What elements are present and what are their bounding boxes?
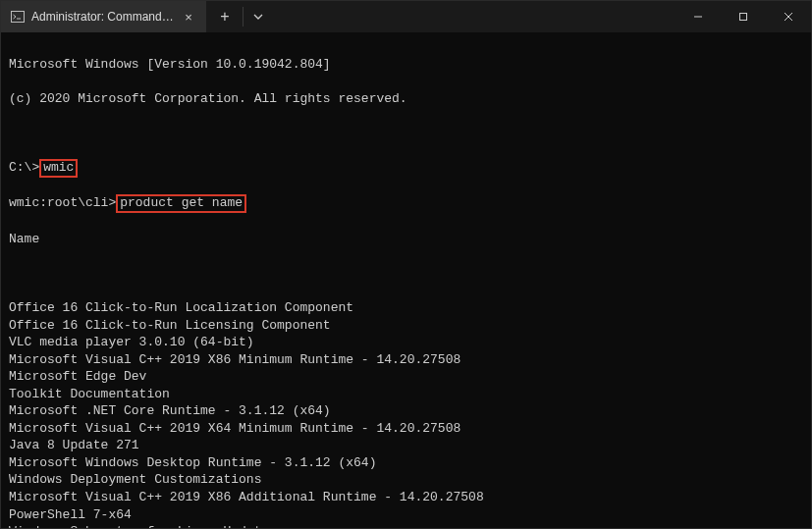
product-line: Windows Deployment Customizations (9, 471, 803, 489)
product-line: Windows Subsystem for Linux Update (9, 523, 803, 528)
product-line: Toolkit Documentation (9, 386, 803, 403)
maximize-button[interactable] (721, 1, 766, 32)
product-line: Microsoft Visual C++ 2019 X64 Minimum Ru… (9, 420, 803, 438)
product-line: Office 16 Click-to-Run Licensing Compone… (9, 317, 803, 335)
titlebar-drag-area[interactable] (273, 1, 676, 32)
command-highlight: product get name (116, 194, 246, 213)
product-line: Microsoft Windows Desktop Runtime - 3.1.… (9, 454, 803, 472)
product-line: Microsoft .NET Core Runtime - 3.1.12 (x6… (9, 402, 803, 420)
minimize-button[interactable] (676, 1, 721, 32)
product-line: Microsoft Visual C++ 2019 X86 Minimum Ru… (9, 351, 803, 369)
tab-active[interactable]: Administrator: Command Promp × (1, 1, 207, 32)
command-prompt-window: Administrator: Command Promp × + Microso… (0, 0, 812, 529)
product-line: PowerShell 7-x64 (9, 506, 803, 524)
window-controls (676, 1, 811, 32)
maximize-icon (738, 12, 748, 22)
close-icon (784, 12, 793, 22)
blank-line (9, 125, 803, 142)
tab-dropdown-button[interactable] (244, 1, 273, 32)
output-line: Microsoft Windows [Version 10.0.19042.80… (9, 56, 803, 74)
prompt-prefix: wmic:root\cli> (9, 195, 116, 210)
svg-rect-3 (740, 14, 747, 21)
product-line: Java 8 Update 271 (9, 437, 803, 454)
blank-line (9, 265, 803, 283)
product-line: VLC media player 3.0.10 (64-bit) (9, 334, 803, 351)
chevron-down-icon (253, 12, 263, 22)
product-line: Microsoft Edge Dev (9, 368, 803, 386)
prompt-line-1: C:\>wmic (9, 159, 803, 178)
cmd-icon (11, 10, 25, 24)
tab-close-button[interactable]: × (181, 9, 196, 25)
output-line: (c) 2020 Microsoft Corporation. All righ… (9, 90, 803, 108)
prompt-line-2: wmic:root\cli>product get name (9, 194, 803, 213)
terminal-output[interactable]: Microsoft Windows [Version 10.0.19042.80… (1, 32, 811, 528)
product-line: Microsoft Visual C++ 2019 X86 Additional… (9, 489, 803, 506)
new-tab-button[interactable]: + (207, 1, 243, 32)
command-highlight: wmic (39, 159, 78, 178)
tab-title: Administrator: Command Promp (31, 10, 174, 24)
close-window-button[interactable] (766, 1, 811, 32)
prompt-prefix: C:\> (9, 160, 39, 175)
product-line: Office 16 Click-to-Run Localization Comp… (9, 299, 803, 317)
titlebar: Administrator: Command Promp × + (1, 1, 811, 32)
minimize-icon (693, 12, 703, 22)
svg-rect-0 (12, 12, 25, 23)
column-header: Name (9, 231, 803, 248)
